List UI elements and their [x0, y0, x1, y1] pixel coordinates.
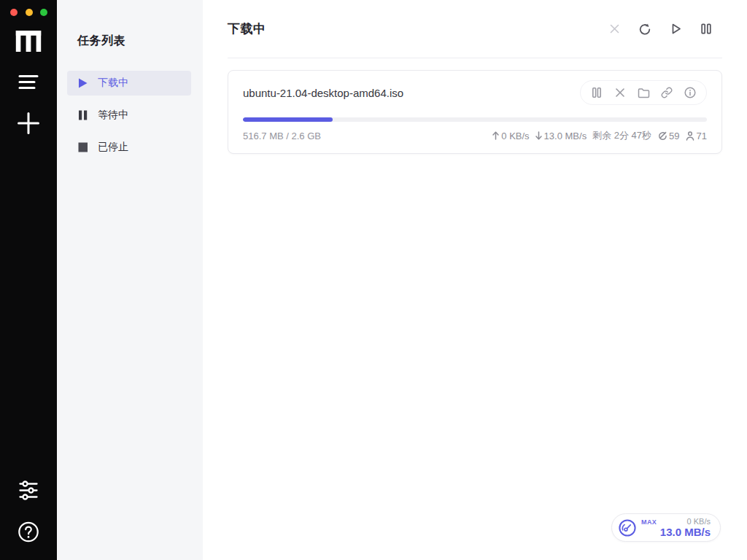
sidebar: 任务列表 下载中 等待中 — [57, 0, 203, 560]
delete-selected-icon[interactable] — [608, 22, 622, 36]
open-folder-icon[interactable] — [632, 82, 655, 104]
main-header: 下载中 — [228, 0, 722, 58]
upload-arrow-icon — [492, 131, 499, 140]
copy-link-icon[interactable] — [655, 82, 678, 104]
connections-stat: 71 — [686, 131, 707, 141]
sidebar-title: 任务列表 — [77, 34, 203, 49]
stop-icon — [78, 142, 89, 152]
global-speed-widget[interactable]: MAX 0 KB/s 13.0 MB/s — [611, 513, 721, 542]
sidebar-item-waiting[interactable]: 等待中 — [67, 103, 191, 128]
speedometer-icon — [618, 518, 637, 537]
header-toolbar — [608, 21, 722, 37]
peers-icon — [686, 131, 694, 141]
task-pause-icon[interactable] — [585, 82, 608, 104]
task-info-icon[interactable] — [678, 82, 702, 104]
seeders-stat: 59 — [657, 131, 679, 141]
sidebar-item-stopped[interactable]: 已停止 — [67, 135, 191, 160]
download-task-card[interactable]: ubuntu-21.04-desktop-amd64.iso — [228, 70, 722, 154]
resume-all-icon[interactable] — [668, 21, 684, 36]
pause-icon — [78, 110, 89, 120]
progress-bar — [243, 117, 707, 122]
global-download-speed: 13.0 MB/s — [641, 526, 711, 538]
task-action-toolbar — [580, 80, 707, 105]
download-speed-stat: 13.0 MB/s — [535, 131, 587, 141]
progress-fill — [243, 117, 333, 122]
seeders-icon — [657, 131, 667, 141]
sidebar-item-downloading[interactable]: 下载中 — [67, 71, 191, 96]
zoom-window-button[interactable] — [40, 9, 47, 16]
app-window: 任务列表 下载中 等待中 — [0, 0, 747, 560]
global-upload-speed: 0 KB/s — [687, 517, 711, 526]
page-title: 下载中 — [228, 20, 266, 37]
max-speed-label: MAX — [641, 518, 657, 526]
sidebar-item-label: 下载中 — [98, 77, 128, 90]
task-size-text: 516.7 MB / 2.6 GB — [243, 131, 321, 141]
refresh-icon[interactable] — [637, 21, 653, 37]
help-icon[interactable] — [17, 520, 41, 544]
preferences-sliders-icon[interactable] — [18, 479, 40, 502]
task-delete-icon[interactable] — [608, 82, 632, 104]
task-name: ubuntu-21.04-desktop-amd64.iso — [243, 87, 403, 99]
sidebar-item-label: 等待中 — [98, 109, 128, 122]
sidebar-item-label: 已停止 — [98, 141, 128, 154]
download-arrow-icon — [535, 131, 542, 140]
minimize-window-button[interactable] — [26, 9, 33, 16]
motrix-logo-icon — [15, 29, 43, 53]
remaining-time-stat: 剩余 2分 47秒 — [592, 129, 651, 142]
upload-speed-stat: 0 KB/s — [492, 131, 529, 141]
main-panel: 下载中 — [203, 0, 747, 560]
task-speed-stats: 0 KB/s 13.0 MB/s 剩余 2分 47秒 — [492, 129, 707, 142]
play-icon — [78, 78, 89, 88]
window-controls — [10, 9, 47, 16]
task-status-list: 下载中 等待中 已停止 — [67, 71, 191, 160]
close-window-button[interactable] — [10, 9, 18, 16]
pause-all-icon[interactable] — [699, 21, 713, 36]
nav-rail — [0, 0, 57, 560]
add-task-icon[interactable] — [16, 111, 41, 136]
task-list-icon[interactable] — [17, 73, 40, 91]
